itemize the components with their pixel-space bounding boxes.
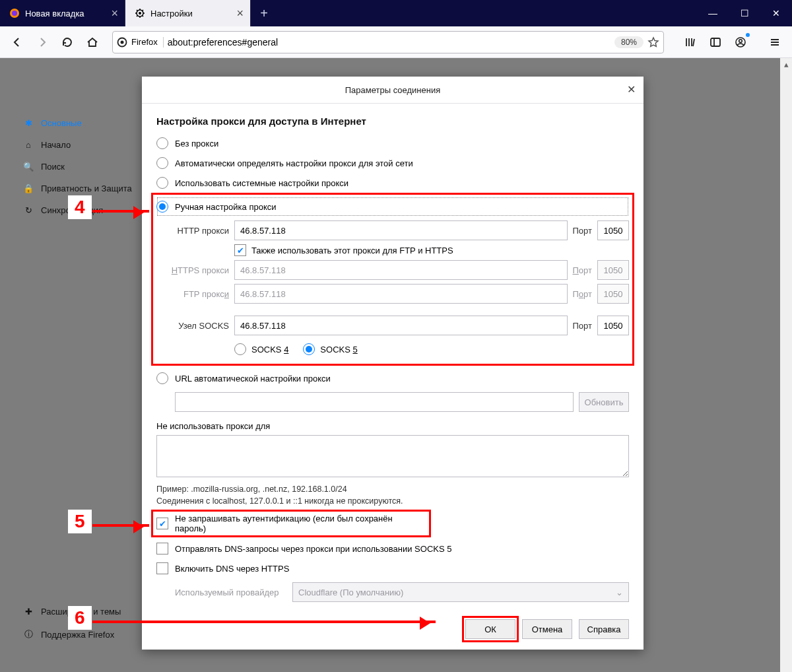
forward-button[interactable]	[32, 32, 53, 53]
ftp-port-input	[597, 284, 629, 304]
checkbox-icon[interactable]	[156, 543, 168, 554]
annotation-6: 6	[68, 606, 92, 630]
radio-icon[interactable]	[303, 343, 315, 355]
radio-auto-detect[interactable]: Автоматически определять настройки прокс…	[156, 153, 629, 173]
http-proxy-label: HTTP прокси	[156, 226, 229, 236]
back-button[interactable]	[7, 32, 28, 53]
radio-icon	[156, 201, 168, 213]
sidebar-item-general[interactable]: ✱ Основные	[20, 112, 139, 134]
gear-icon: ✱	[22, 118, 34, 128]
socks-host-label: Узел SOCKS	[156, 321, 229, 331]
socks-port-input[interactable]	[597, 316, 629, 335]
port-label: Порт	[573, 265, 592, 275]
socks-host-input[interactable]	[234, 316, 568, 335]
sidebar-icon[interactable]	[705, 32, 726, 53]
svg-line-8	[137, 10, 138, 11]
search-icon: 🔍	[22, 162, 34, 172]
gear-icon	[135, 8, 145, 18]
checkbox-dns-socks[interactable]: Отправлять DNS-запросы через прокси при …	[156, 539, 629, 558]
section-heading: Настройка прокси для доступа в Интернет	[156, 116, 629, 127]
svg-point-3	[139, 12, 141, 15]
star-icon[interactable]	[647, 36, 659, 48]
svg-point-1	[12, 11, 17, 16]
connection-settings-dialog: Параметры соединения ✕ Настройка прокси …	[142, 77, 644, 650]
sync-icon: ↻	[22, 205, 34, 215]
brand-chip: Firefox	[117, 37, 164, 48]
title-bar: Новая вкладка × Настройки × + — ☐ ✕	[0, 0, 792, 26]
url-bar[interactable]: Firefox 80%	[112, 31, 664, 53]
svg-rect-14	[711, 38, 720, 46]
provider-select: Cloudflare (По умолчанию) ⌄	[292, 582, 629, 602]
ftp-proxy-input	[234, 284, 568, 304]
svg-line-11	[143, 10, 144, 11]
url-input[interactable]	[168, 37, 610, 48]
svg-point-13	[121, 40, 124, 44]
https-proxy-label: HTTPS прокси	[156, 265, 229, 275]
close-icon[interactable]: ✕	[627, 83, 636, 96]
annotation-arrow	[92, 621, 436, 623]
pac-url-input	[175, 392, 574, 412]
sidebar-item-home[interactable]: ⌂ Начало	[20, 134, 139, 156]
port-label: Порт	[573, 321, 592, 331]
https-port-input	[597, 260, 629, 280]
checkbox-icon[interactable]	[234, 244, 246, 256]
radio-pac-url[interactable]: URL автоматической настройки прокси	[156, 368, 629, 388]
radio-icon	[156, 372, 168, 384]
update-button: Обновить	[579, 392, 629, 412]
window-maximize-button[interactable]: ☐	[729, 0, 760, 26]
checkbox-icon[interactable]	[156, 562, 168, 574]
firefox-icon	[9, 8, 20, 18]
library-icon[interactable]	[680, 32, 701, 53]
http-port-input[interactable]	[597, 220, 629, 240]
sidebar-item-search[interactable]: 🔍 Поиск	[20, 156, 139, 178]
account-icon[interactable]	[730, 32, 751, 53]
tab-label: Настройки	[150, 9, 193, 18]
socks4-label: SOCKS 4	[251, 345, 288, 354]
checkbox-no-auth[interactable]: Не запрашивать аутентификацию (если был …	[152, 511, 430, 536]
radio-no-proxy[interactable]: Без прокси	[156, 133, 629, 153]
cancel-button[interactable]: Отмена	[522, 619, 572, 639]
zoom-badge[interactable]: 80%	[614, 36, 644, 48]
puzzle-icon: ✚	[22, 607, 34, 617]
window-minimize-button[interactable]: —	[697, 0, 729, 26]
noproxy-textarea[interactable]	[156, 435, 629, 477]
tab-label: Новая вкладка	[25, 9, 84, 18]
checkbox-icon[interactable]	[156, 518, 168, 529]
noproxy-label: Не использовать прокси для	[156, 421, 629, 431]
http-proxy-input[interactable]	[234, 220, 568, 240]
tab-settings[interactable]: Настройки ×	[125, 0, 251, 26]
port-label: Порт	[573, 289, 592, 299]
help-button[interactable]: Справка	[579, 619, 629, 639]
socks5-label: SOCKS 5	[320, 345, 357, 354]
dialog-button-row: ОК Отмена Справка	[142, 613, 644, 650]
new-tab-button[interactable]: +	[251, 0, 277, 26]
dialog-title: Параметры соединения	[345, 85, 440, 95]
window-close-button[interactable]: ✕	[760, 0, 792, 26]
svg-line-10	[137, 16, 138, 17]
radio-icon	[156, 137, 168, 149]
radio-icon	[156, 157, 168, 169]
menu-icon[interactable]	[764, 32, 785, 53]
noproxy-hint-localhost: Соединения с localhost, 127.0.0.1 и ::1 …	[156, 495, 629, 507]
radio-manual-proxy[interactable]: Ручная настройка прокси	[156, 197, 629, 217]
ok-button[interactable]: ОК	[465, 619, 515, 639]
close-icon[interactable]: ×	[236, 7, 244, 20]
radio-system-proxy[interactable]: Использовать системные настройки прокси	[156, 173, 629, 193]
annotation-4: 4	[68, 195, 92, 219]
help-icon: ⓘ	[22, 628, 34, 640]
home-button[interactable]	[82, 32, 103, 53]
svg-line-9	[143, 16, 144, 17]
share-proxy-row[interactable]: Также использовать этот прокси для FTP и…	[234, 244, 629, 256]
vertical-scrollbar[interactable]: ▴	[780, 58, 792, 672]
reload-button[interactable]	[57, 32, 78, 53]
tab-newtab[interactable]: Новая вкладка ×	[0, 0, 125, 26]
radio-icon[interactable]	[234, 343, 246, 355]
dialog-title-bar: Параметры соединения ✕	[142, 77, 644, 104]
port-label: Порт	[573, 226, 592, 236]
checkbox-doh[interactable]: Включить DNS через HTTPS	[156, 558, 629, 578]
close-icon[interactable]: ×	[111, 7, 118, 20]
radio-icon	[156, 177, 168, 189]
provider-label: Используемый провайдер	[175, 588, 287, 597]
annotation-arrow	[92, 524, 149, 527]
noproxy-hint-example: Пример: .mozilla-russia.org, .net.nz, 19…	[156, 483, 629, 495]
